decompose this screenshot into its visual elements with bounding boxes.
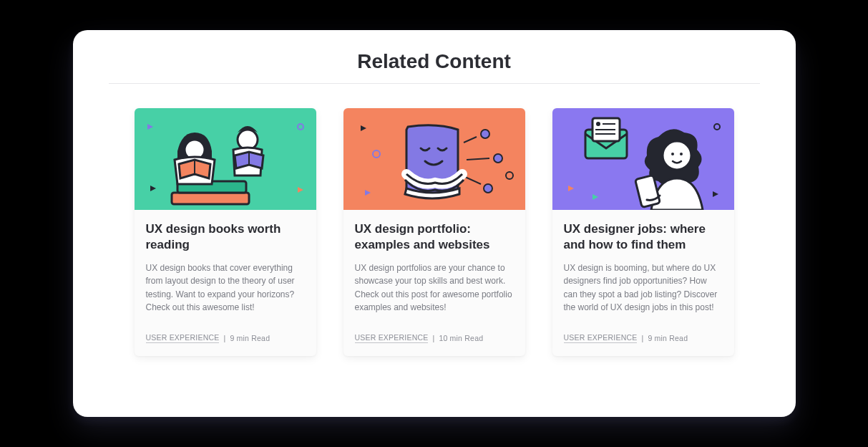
card-desc: UX design books that cover everything fr… <box>146 261 305 314</box>
card-title: UX designer jobs: where and how to find … <box>564 221 723 253</box>
card-title: UX design portfolio: examples and websit… <box>355 221 514 253</box>
card-desc: UX design portfolios are your chance to … <box>355 261 514 314</box>
svg-point-33 <box>663 141 691 170</box>
card-ux-books[interactable]: UX design books worth reading UX design … <box>135 108 316 356</box>
meta-separator: | <box>432 334 434 342</box>
card-category-link[interactable]: USER EXPERIENCE <box>564 333 638 343</box>
portfolio-illustration-icon <box>343 108 525 210</box>
card-thumb <box>343 108 525 210</box>
card-ux-jobs[interactable]: UX designer jobs: where and how to find … <box>552 108 734 356</box>
svg-rect-5 <box>172 193 249 204</box>
svg-point-34 <box>671 153 674 155</box>
jobs-illustration-icon <box>552 108 734 210</box>
card-meta: USER EXPERIENCE | 9 min Read <box>564 333 723 343</box>
svg-point-35 <box>680 153 683 155</box>
card-body: UX design books worth reading UX design … <box>135 210 316 356</box>
meta-separator: | <box>641 334 643 342</box>
reading-illustration-icon <box>135 108 316 210</box>
card-desc: UX design is booming, but where do UX de… <box>564 261 723 314</box>
card-title: UX design books worth reading <box>146 221 305 253</box>
card-thumb <box>552 108 734 210</box>
svg-point-29 <box>596 122 600 126</box>
meta-separator: | <box>223 334 225 342</box>
svg-point-18 <box>481 130 489 138</box>
card-meta: USER EXPERIENCE | 9 min Read <box>146 333 305 343</box>
svg-point-19 <box>494 154 502 163</box>
svg-point-20 <box>484 184 492 193</box>
card-thumb <box>135 108 316 210</box>
card-read-time: 10 min Read <box>439 334 483 342</box>
card-category-link[interactable]: USER EXPERIENCE <box>146 333 220 343</box>
related-content-panel: Related Content <box>73 30 796 417</box>
section-title: Related Content <box>109 50 760 84</box>
card-read-time: 9 min Read <box>230 334 270 342</box>
card-ux-portfolio[interactable]: UX design portfolio: examples and websit… <box>343 108 525 356</box>
card-body: UX design portfolio: examples and websit… <box>343 210 525 356</box>
card-body: UX designer jobs: where and how to find … <box>552 210 734 356</box>
card-meta: USER EXPERIENCE | 10 min Read <box>355 333 514 343</box>
card-category-link[interactable]: USER EXPERIENCE <box>355 333 429 343</box>
card-read-time: 9 min Read <box>648 334 688 342</box>
card-list: UX design books worth reading UX design … <box>109 108 760 356</box>
